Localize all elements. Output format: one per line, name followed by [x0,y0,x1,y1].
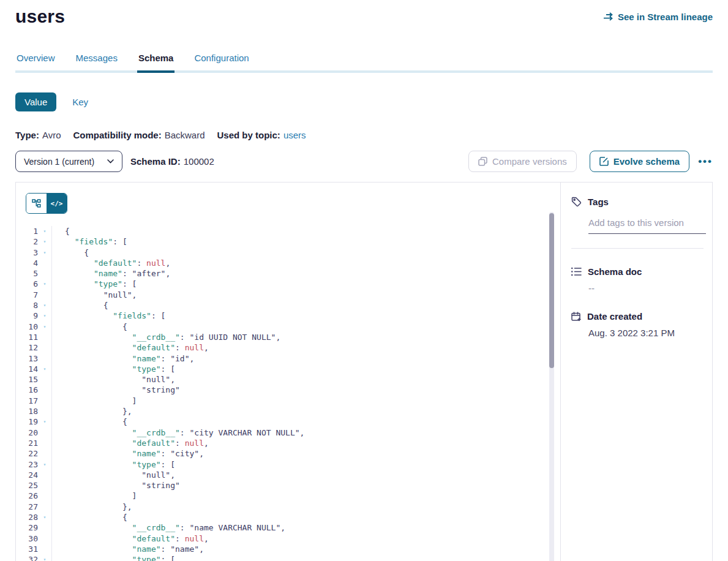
schema-card: </> 1▾{2▾ "fields": [3▾ {4 "default": nu… [15,182,713,561]
fold-toggle-icon[interactable]: ▾ [38,364,51,374]
tab-schema[interactable]: Schema [137,49,175,73]
line-number: 4 [16,258,38,268]
code-view-button[interactable]: </> [47,194,67,213]
date-created-title: Date created [587,311,642,322]
line-number: 19 [16,416,38,427]
tab-overview[interactable]: Overview [15,49,56,73]
line-number: 10 [16,322,38,332]
fold-toggle-icon[interactable]: ▾ [38,226,51,236]
tree-view-icon [32,199,41,208]
code-line: 10▾ { [16,322,560,332]
fold-spacer [38,522,51,533]
fold-spacer [38,427,51,438]
schema-doc-heading: Schema doc [571,266,704,277]
date-created-value: Aug. 3 2022 3:21 PM [588,328,704,338]
schema-sidebar: Tags Schema doc -- [560,183,712,561]
fold-spacer [38,470,51,480]
code-line: 26 ] [16,491,560,501]
fold-toggle-icon[interactable]: ▾ [38,300,51,311]
date-created-section: Date created Aug. 3 2022 3:21 PM [571,311,704,338]
schema-doc-value: -- [588,283,704,293]
fold-toggle-icon[interactable]: ▾ [38,279,51,289]
fold-toggle-icon[interactable]: ▾ [38,554,51,561]
tab-configuration[interactable]: Configuration [193,49,250,73]
code-text: { [51,300,560,311]
line-number: 25 [16,480,38,491]
code-text: "null", [51,374,560,385]
calendar-icon [571,312,581,322]
line-number: 31 [16,544,38,554]
line-number: 13 [16,353,38,364]
code-text: { [51,322,560,332]
code-line: 1▾{ [16,226,560,236]
fold-toggle-icon[interactable]: ▾ [38,459,51,470]
code-text: "name": "after", [51,268,560,279]
stream-lineage-link[interactable]: See in Stream lineage [603,12,713,22]
schema-meta-row: Type:Avro Compatibility mode:Backward Us… [15,130,713,140]
key-toggle-button[interactable]: Key [72,97,88,107]
code-line: 30 "default": null, [16,533,560,544]
fold-toggle-icon[interactable]: ▾ [38,236,51,247]
code-text: "__crdb__": "city VARCHAR NOT NULL", [51,427,560,438]
code-line: 25 "string" [16,480,560,491]
line-number: 20 [16,427,38,438]
fold-spacer [38,448,51,459]
editor-scrollbar-thumb[interactable] [549,213,554,368]
code-line: 8▾ { [16,300,560,311]
add-tags-input[interactable] [588,217,706,234]
tags-heading: Tags [571,197,704,207]
tab-messages[interactable]: Messages [75,49,119,73]
fold-toggle-icon[interactable]: ▾ [38,247,51,258]
version-bar: Version 1 (current) Schema ID:100002 Com… [15,151,713,172]
schema-type: Type:Avro [15,130,61,140]
line-number: 24 [16,470,38,480]
compare-versions-icon [478,157,487,166]
code-line: 4 "default": null, [16,258,560,268]
line-number: 3 [16,247,38,258]
tags-title: Tags [588,197,609,207]
fold-toggle-icon[interactable]: ▾ [38,311,51,321]
code-line: 11 "__crdb__": "id UUID NOT NULL", [16,332,560,342]
evolve-schema-button[interactable]: Evolve schema [590,151,689,172]
fold-spacer [38,396,51,406]
value-toggle-button[interactable]: Value [15,92,56,111]
tree-view-button[interactable] [26,194,47,213]
line-number: 14 [16,364,38,374]
editor-scrollbar-track[interactable] [549,212,554,561]
fold-spacer [38,353,51,364]
code-line: 5 "name": "after", [16,268,560,279]
code-text: "__crdb__": "id UUID NOT NULL", [51,332,560,342]
line-number: 1 [16,226,38,236]
fold-toggle-icon[interactable]: ▾ [38,512,51,522]
used-by-topic-link[interactable]: users [283,130,306,140]
line-number: 9 [16,311,38,321]
code-line: 6▾ "type": [ [16,279,560,289]
code-text: "name": "name", [51,544,560,554]
list-icon [571,267,582,276]
used-by-topic-label: Used by topic: [217,130,280,140]
line-number: 2 [16,236,38,247]
code-text: "type": [ [51,364,560,374]
fold-toggle-icon[interactable]: ▾ [38,416,51,427]
fold-spacer [38,332,51,342]
line-number: 30 [16,533,38,544]
view-mode-toggle: </> [26,193,67,214]
compare-versions-button[interactable]: Compare versions [468,151,577,172]
more-options-button[interactable]: ••• [698,156,713,167]
line-number: 16 [16,385,38,395]
code-line: 3▾ { [16,247,560,258]
chevron-down-icon [107,159,114,164]
schema-doc-section: Schema doc -- [571,266,704,293]
evolve-schema-label: Evolve schema [614,156,680,167]
fold-spacer [38,374,51,385]
code-line: 14▾ "type": [ [16,364,560,374]
topic-tabs: Overview Messages Schema Configuration [15,49,713,73]
schema-type-label: Type: [15,130,39,140]
line-number: 29 [16,522,38,533]
version-select[interactable]: Version 1 (current) [15,151,122,172]
line-number: 6 [16,279,38,289]
line-number: 12 [16,342,38,353]
code-line: 21 "default": null, [16,438,560,448]
code-line: 13 "name": "id", [16,353,560,364]
fold-toggle-icon[interactable]: ▾ [38,322,51,332]
